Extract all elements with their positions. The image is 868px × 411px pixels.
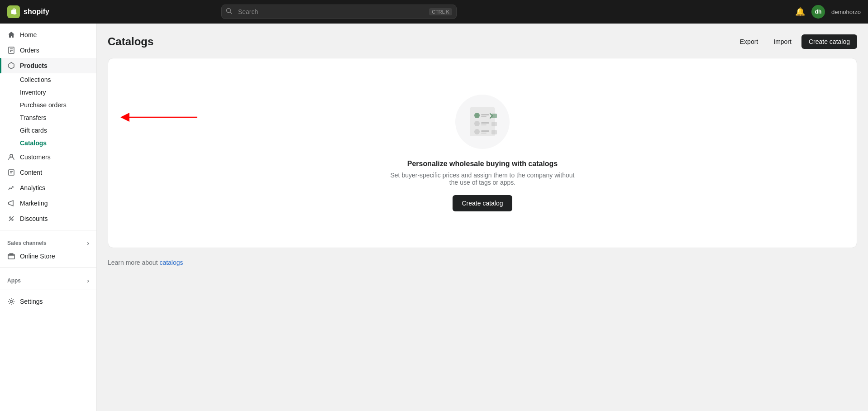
catalog-empty-state: Personalize wholesale buying with catalo… [108,58,857,248]
apps-section: Apps › [0,272,96,286]
orders-icon [7,46,15,54]
svg-point-7 [10,154,13,157]
svg-point-16 [10,301,13,303]
import-button[interactable]: Import [768,34,797,49]
svg-rect-15 [10,253,13,254]
sidebar-divider-3 [0,290,96,290]
sales-channels-section: Sales channels › [0,234,96,249]
empty-state-title: Personalize wholesale buying with catalo… [407,160,558,168]
sidebar-item-settings[interactable]: Settings [0,294,96,309]
chevron-right-icon[interactable]: › [87,239,89,247]
svg-point-24 [474,121,480,126]
sidebar-settings-label: Settings [20,298,43,305]
sidebar-item-customers[interactable]: Customers [0,149,96,165]
svg-line-2 [230,12,232,14]
sidebar: Home Orders Products Collections Invento… [0,24,97,411]
customers-icon [7,153,15,161]
empty-state-desc: Set buyer-specific prices and assign the… [387,172,577,186]
search-bar: CTRL K [221,5,457,19]
marketing-icon [7,199,15,207]
sidebar-item-inventory[interactable]: Inventory [0,86,96,99]
svg-rect-21 [481,114,489,115]
sidebar-item-gift-cards[interactable]: Gift cards [0,124,96,137]
sidebar-item-orders[interactable]: Orders [0,43,96,58]
export-button[interactable]: Export [734,34,763,49]
sidebar-marketing-label: Marketing [20,200,48,207]
sidebar-item-marketing[interactable]: Marketing [0,196,96,211]
settings-icon [7,297,15,306]
svg-rect-25 [481,122,489,124]
topbar-right: 🔔 dh demohorzo [795,5,861,19]
apps-chevron-icon[interactable]: › [87,277,89,284]
svg-point-12 [12,219,13,220]
content-area: Catalogs Export Import Create catalog [97,24,868,411]
search-icon [226,8,232,16]
sidebar-discounts-label: Discounts [20,215,48,222]
catalog-illustration [455,95,510,149]
svg-rect-27 [491,122,497,126]
products-submenu: Collections Inventory Purchase orders Tr… [0,73,96,149]
header-actions: Export Import Create catalog [734,34,857,49]
discounts-icon [7,215,15,223]
sidebar-item-analytics[interactable]: Analytics [0,180,96,196]
sidebar-analytics-label: Analytics [20,184,45,191]
sidebar-online-store-label: Online Store [20,253,55,260]
page-header: Catalogs Export Import Create catalog [108,34,857,49]
search-shortcut: CTRL K [429,8,452,15]
main-layout: Home Orders Products Collections Invento… [0,24,868,411]
svg-point-28 [474,129,480,134]
svg-rect-29 [481,130,489,132]
shopify-logo-icon [7,5,20,18]
catalog-svg-icon [464,104,501,140]
home-icon [7,31,15,39]
sidebar-item-purchase-orders[interactable]: Purchase orders [0,99,96,111]
sidebar-item-home[interactable]: Home [0,27,96,43]
sidebar-item-products[interactable]: Products [0,58,96,73]
sidebar-item-content[interactable]: Content [0,165,96,180]
online-store-icon [7,252,15,260]
svg-point-11 [10,217,11,218]
svg-rect-30 [481,133,486,134]
avatar[interactable]: dh [811,5,825,19]
svg-rect-26 [481,124,486,125]
notification-bell-icon[interactable]: 🔔 [795,7,805,17]
topbar: shopify CTRL K 🔔 dh demohorzo [0,0,868,24]
sidebar-divider-1 [0,230,96,230]
catalogs-link[interactable]: catalogs [159,259,183,266]
sidebar-divider-2 [0,268,96,268]
create-catalog-empty-button[interactable]: Create catalog [453,195,512,211]
sidebar-products-label: Products [20,62,48,69]
content-icon [7,168,15,177]
apps-label: Apps [7,277,21,284]
create-catalog-header-button[interactable]: Create catalog [801,34,857,49]
svg-rect-19 [470,107,495,136]
sidebar-home-label: Home [20,31,37,38]
sidebar-item-collections[interactable]: Collections [0,73,96,86]
sidebar-customers-label: Customers [20,153,51,161]
svg-rect-8 [9,170,14,175]
svg-point-20 [474,113,480,118]
products-icon [7,62,15,70]
search-input[interactable] [221,5,457,19]
sales-channels-label: Sales channels [7,240,47,246]
svg-rect-23 [491,114,497,118]
sidebar-item-catalogs[interactable]: Catalogs [0,137,96,149]
shopify-logo[interactable]: shopify [7,5,49,18]
user-name[interactable]: demohorzo [831,9,861,15]
page-title: Catalogs [108,35,153,48]
sidebar-item-transfers[interactable]: Transfers [0,111,96,124]
sidebar-orders-label: Orders [20,47,39,54]
analytics-icon [7,184,15,192]
svg-rect-31 [491,130,497,134]
sidebar-item-online-store[interactable]: Online Store [0,249,96,264]
logo-text: shopify [24,8,49,16]
sidebar-content-label: Content [20,169,42,176]
sidebar-item-discounts[interactable]: Discounts [0,211,96,226]
svg-rect-22 [481,116,486,117]
learn-more-text: Learn more about catalogs [108,259,857,266]
svg-rect-14 [8,254,14,259]
